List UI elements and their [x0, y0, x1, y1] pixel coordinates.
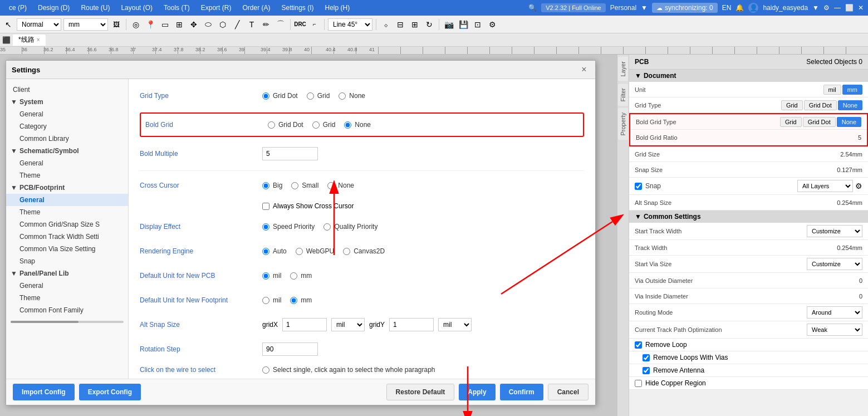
sidebar-item-pcb-theme[interactable]: Theme	[6, 206, 128, 218]
grid-dot-option[interactable]: Grid Dot	[262, 92, 298, 100]
start-track-width-select[interactable]: Customize	[807, 225, 862, 237]
remove-loops-vias-checkbox[interactable]	[643, 354, 650, 361]
toolbar-icon-component[interactable]: ⊞	[173, 18, 185, 31]
snap-dropdown[interactable]: All Layers	[797, 180, 853, 192]
remove-loop-checkbox[interactable]	[635, 341, 642, 349]
maximize-icon[interactable]: ⬜	[845, 4, 854, 12]
cancel-button[interactable]: Cancel	[548, 384, 589, 400]
toolbar-icon-cursor[interactable]: ↖	[2, 18, 14, 31]
toolbar-icon-distribute[interactable]: ⊟	[394, 18, 406, 31]
toolbar-icon-align[interactable]: ⬦	[380, 18, 392, 31]
sidebar-item-pcb-grid[interactable]: Common Grid/Snap Size S	[6, 218, 128, 231]
unit-mm-btn[interactable]: mm	[842, 85, 862, 95]
bold-grid-dot-option[interactable]: Grid Dot	[268, 121, 303, 129]
bold-grid-btn[interactable]: Grid	[780, 117, 802, 127]
modal-close-button[interactable]: ×	[578, 64, 590, 75]
none-option[interactable]: None	[339, 92, 365, 100]
user-name[interactable]: haidy_easyeda	[763, 4, 808, 12]
bold-none-btn[interactable]: None	[837, 117, 861, 127]
menu-settings[interactable]: Settings (I)	[277, 3, 318, 13]
toolbar-icon-grid[interactable]: ⊡	[472, 18, 484, 31]
toolbar-icon-circle[interactable]: ◎	[130, 18, 142, 31]
fp-mil-option[interactable]: mil	[262, 296, 281, 304]
bold-grid-option[interactable]: Grid	[312, 121, 336, 129]
mode-select[interactable]: Normal	[17, 18, 61, 31]
toolbar-icon-move[interactable]: ✥	[188, 18, 200, 31]
rotation-step-input[interactable]	[262, 342, 318, 356]
export-config-button[interactable]: Export Config	[79, 384, 141, 400]
tab-layer[interactable]: Layer	[618, 57, 628, 81]
grid-btn[interactable]: Grid	[781, 100, 803, 110]
speed-priority-option[interactable]: Speed Priority	[262, 223, 315, 231]
toolbar-icon-polygon[interactable]: ⬡	[217, 18, 229, 31]
search-icon[interactable]: 🔍	[528, 4, 537, 12]
notification-icon[interactable]: 🔔	[735, 4, 744, 12]
close-icon[interactable]: ✕	[858, 4, 864, 12]
sidebar-item-client[interactable]: Client	[6, 84, 128, 96]
toolbar-icon-photo[interactable]: 📷	[443, 18, 455, 31]
pcb-mil-option[interactable]: mil	[262, 272, 281, 280]
sync-badge[interactable]: ☁ synchronizing: 0	[652, 3, 718, 13]
toolbar-icon-img[interactable]: 🖼	[110, 18, 122, 31]
remove-antenna-checkbox[interactable]	[643, 367, 650, 374]
user-avatar[interactable]: 👤	[748, 3, 758, 13]
menu-help[interactable]: Help (H)	[321, 3, 355, 13]
sidebar-item-pcb-via[interactable]: Common Via Size Setting	[6, 243, 128, 255]
sidebar-item-pcb-snap[interactable]: Snap	[6, 255, 128, 267]
bold-none-option[interactable]: None	[344, 121, 371, 129]
menu-order[interactable]: Order (A)	[238, 3, 274, 13]
big-option[interactable]: Big	[262, 182, 282, 189]
webgpu-option[interactable]: WebGPU	[296, 247, 334, 255]
auto-option[interactable]: Auto	[262, 247, 287, 255]
canvas2d-option[interactable]: Canvas2D	[343, 247, 385, 255]
sidebar-group-pcb[interactable]: ▼ PCB/Footprint	[6, 182, 128, 194]
toolbar-icon-save[interactable]: 💾	[457, 18, 469, 31]
tab-close-icon[interactable]: ×	[37, 37, 40, 43]
menu-design[interactable]: Design (D)	[33, 3, 74, 13]
grid-none-btn[interactable]: None	[838, 100, 862, 110]
tab-wiring[interactable]: *线路 ×	[13, 35, 46, 46]
snap-checkbox[interactable]	[635, 183, 642, 190]
pcb-mm-option[interactable]: mm	[290, 272, 312, 280]
bold-grid-dot-btn[interactable]: Grid Dot	[803, 117, 836, 127]
unit-select[interactable]: mm mil	[63, 18, 108, 31]
sidebar-item-sys-category[interactable]: Category	[6, 120, 128, 133]
toolbar-icon-line[interactable]: ╱	[231, 18, 243, 31]
menu-tools[interactable]: Tools (T)	[159, 3, 194, 13]
menu-export[interactable]: Export (R)	[197, 3, 236, 13]
gridY-unit-select[interactable]: milmm	[438, 318, 472, 331]
start-via-size-select[interactable]: Customize	[807, 258, 862, 270]
track-path-select[interactable]: Weak	[807, 324, 862, 336]
sidebar-group-system[interactable]: ▼ System	[6, 96, 128, 108]
sidebar-group-panel[interactable]: ▼ Panel/Panel Lib	[6, 267, 128, 280]
menu-layout[interactable]: Layout (O)	[116, 3, 157, 13]
angle-select[interactable]: Line 45°	[328, 18, 372, 31]
tab-property[interactable]: Property	[618, 108, 628, 140]
toolbar-icon-pin[interactable]: 📍	[144, 18, 156, 31]
fp-mm-option[interactable]: mm	[290, 296, 312, 304]
grid-dot-btn[interactable]: Grid Dot	[804, 100, 837, 110]
confirm-button[interactable]: Confirm	[500, 384, 543, 400]
small-option[interactable]: Small	[291, 182, 318, 189]
gridY-input[interactable]	[389, 318, 434, 331]
quality-priority-option[interactable]: Quality Priority	[323, 223, 377, 231]
tab-filter[interactable]: Filter	[618, 84, 628, 106]
unit-mil-btn[interactable]: mil	[823, 85, 841, 95]
sidebar-item-panel-font[interactable]: Common Font Family	[6, 304, 128, 316]
restore-default-button[interactable]: Restore Default	[386, 384, 455, 400]
toolbar-icon-gear[interactable]: ⚙	[486, 18, 498, 31]
routing-mode-select[interactable]: Around	[807, 306, 862, 319]
gridX-input[interactable]	[282, 318, 327, 331]
document-section-header[interactable]: ▼ Document	[629, 70, 868, 82]
sidebar-group-schematic[interactable]: ▼ Schematic/Symbol	[6, 145, 128, 157]
toolbar-icon-arc[interactable]: ⌒	[274, 18, 287, 31]
sidebar-item-panel-general[interactable]: General	[6, 280, 128, 292]
toolbar-icon-rotate[interactable]: ↻	[423, 18, 435, 31]
menu-route[interactable]: Route (U)	[76, 3, 114, 13]
sidebar-item-panel-theme[interactable]: Theme	[6, 292, 128, 304]
sidebar-item-common-library[interactable]: Common Library	[6, 133, 128, 145]
gridX-unit-select[interactable]: milmm	[331, 318, 365, 331]
sidebar-item-sch-general[interactable]: General	[6, 157, 128, 169]
toolbar-icon-rect[interactable]: ▭	[159, 18, 171, 31]
toolbar-icon-oval[interactable]: ⬭	[202, 18, 214, 31]
